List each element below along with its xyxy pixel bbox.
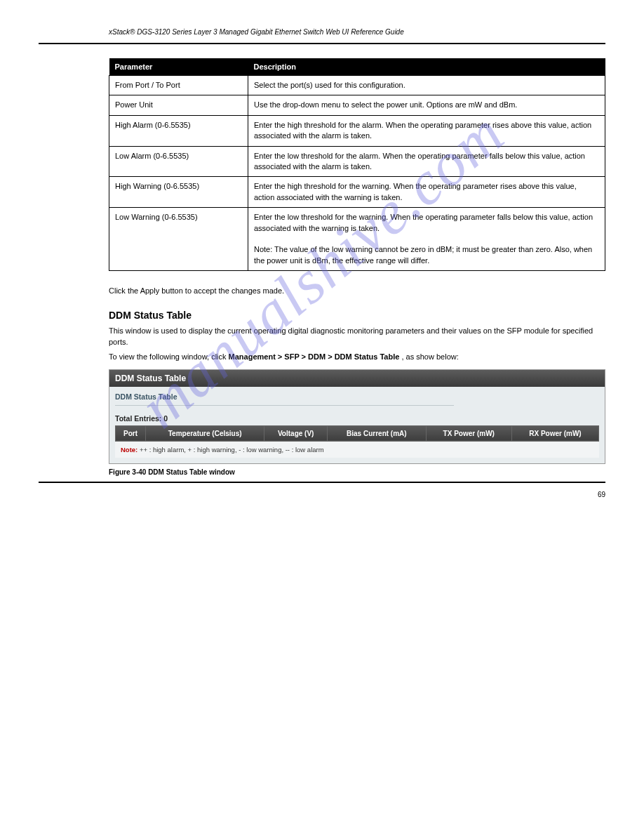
- param-cell: High Warning (0-6.5535): [109, 177, 248, 208]
- ddm-note: Note: ++ : high alarm, + : high warning,…: [115, 442, 599, 458]
- table-row: Low Alarm (0-6.5535) Enter the low thres…: [109, 146, 605, 177]
- ddm-total-entries: Total Entries: 0: [115, 411, 599, 425]
- figure-caption: Figure 3-40 DDM Status Table window: [109, 468, 605, 476]
- param-cell: From Port / To Port: [109, 76, 248, 95]
- apply-text: Click the Apply button to accept the cha…: [109, 285, 605, 297]
- col-tx-power: TX Power (mW): [426, 425, 511, 441]
- section-title: DDM Status Table: [109, 310, 605, 321]
- table-row: High Warning (0-6.5535) Enter the high t…: [109, 177, 605, 208]
- ddm-status-table: Port Temperature (Celsius) Voltage (V) B…: [115, 425, 599, 442]
- section-description: This window is used to display the curre…: [109, 325, 605, 348]
- param-cell: Low Warning (0-6.5535): [109, 208, 248, 271]
- desc-cell: Enter the low threshold for the warning.…: [248, 208, 605, 271]
- parameter-table: Parameter Description From Port / To Por…: [109, 58, 605, 271]
- col-temperature: Temperature (Celsius): [146, 425, 264, 441]
- ddm-screenshot: DDM Status Table DDM Status Table Total …: [109, 369, 605, 464]
- nav-path-bold: Management > SFP > DDM > DDM Status Tabl…: [229, 352, 400, 361]
- table-row: From Port / To Port Select the port(s) u…: [109, 76, 605, 95]
- note-text: ++ : high alarm, + : high warning, - : l…: [140, 446, 324, 454]
- param-cell: Low Alarm (0-6.5535): [109, 146, 248, 177]
- col-bias-current: Bias Current (mA): [328, 425, 427, 441]
- ddm-titlebar: DDM Status Table: [109, 370, 605, 387]
- col-voltage: Voltage (V): [264, 425, 328, 441]
- table-row: Power Unit Use the drop-down menu to sel…: [109, 95, 605, 115]
- nav-path: To view the following window, click Mana…: [109, 352, 605, 361]
- desc-cell: Select the port(s) used for this configu…: [248, 76, 605, 95]
- col-port: Port: [116, 425, 146, 441]
- param-header-parameter: Parameter: [109, 58, 248, 76]
- nav-suffix: , as show below:: [401, 352, 458, 361]
- note-label: Note:: [121, 446, 137, 454]
- col-rx-power: RX Power (mW): [511, 425, 598, 441]
- desc-cell: Use the drop-down menu to select the pow…: [248, 95, 605, 115]
- page-number: 69: [598, 491, 605, 498]
- top-rule: [39, 43, 605, 44]
- param-cell: High Alarm (0-6.5535): [109, 115, 248, 146]
- param-cell: Power Unit: [109, 95, 248, 115]
- desc-cell: Enter the high threshold for the warning…: [248, 177, 605, 208]
- header-line: xStack® DGS-3120 Series Layer 3 Managed …: [39, 28, 605, 36]
- desc-cell: Enter the low threshold for the alarm. W…: [248, 146, 605, 177]
- param-header-description: Description: [248, 58, 605, 76]
- bottom-rule: [39, 482, 605, 483]
- ddm-subtitle: DDM Status Table: [115, 392, 599, 401]
- table-row: High Alarm (0-6.5535) Enter the high thr…: [109, 115, 605, 146]
- nav-prefix: To view the following window, click: [109, 352, 229, 361]
- divider: [115, 405, 454, 406]
- desc-cell: Enter the high threshold for the alarm. …: [248, 115, 605, 146]
- table-row: Low Warning (0-6.5535) Enter the low thr…: [109, 208, 605, 271]
